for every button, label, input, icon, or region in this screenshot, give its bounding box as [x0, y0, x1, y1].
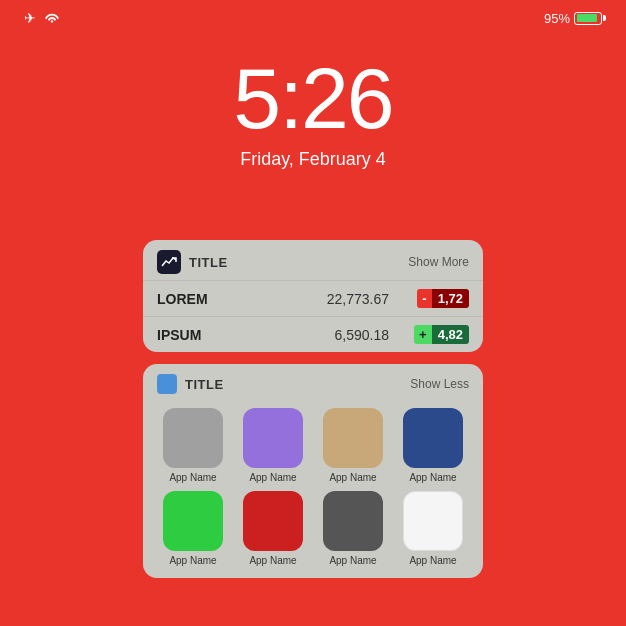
app-name-8: App Name [409, 555, 456, 566]
stock-row-ipsum: IPSUM 6,590.18 + 4,82 [143, 316, 483, 352]
app-icon-navy [403, 408, 463, 468]
apps-widget-title: TITLE [185, 377, 224, 392]
status-right: 95% [544, 11, 602, 26]
battery-percent: 95% [544, 11, 570, 26]
app-name-6: App Name [249, 555, 296, 566]
apps-widget-header: TITLE Show Less [143, 364, 483, 400]
app-icon-gray [163, 408, 223, 468]
app-name-1: App Name [169, 472, 216, 483]
stock-row-lorem: LOREM 22,773.67 - 1,72 [143, 280, 483, 316]
stocks-widget: TITLE Show More LOREM 22,773.67 - 1,72 I… [143, 240, 483, 352]
apps-show-less[interactable]: Show Less [410, 377, 469, 391]
app-icon-tan [323, 408, 383, 468]
apps-icon [157, 374, 177, 394]
app-item-6[interactable]: App Name [237, 491, 309, 566]
stocks-widget-header: TITLE Show More [143, 240, 483, 280]
app-item-4[interactable]: App Name [397, 408, 469, 483]
time-container: 5:26 Friday, February 4 [0, 55, 626, 170]
apps-widget: TITLE Show Less App Name App Name App Na… [143, 364, 483, 578]
app-icon-green [163, 491, 223, 551]
stock-change-ipsum: + 4,82 [399, 325, 469, 344]
app-icon-purple [243, 408, 303, 468]
stocks-icon [157, 250, 181, 274]
change-sign-lorem: - [417, 289, 431, 308]
airplane-icon: ✈ [24, 10, 36, 26]
app-icon-red [243, 491, 303, 551]
app-item-2[interactable]: App Name [237, 408, 309, 483]
app-item-1[interactable]: App Name [157, 408, 229, 483]
stock-value-ipsum: 6,590.18 [227, 327, 389, 343]
stock-name-lorem: LOREM [157, 291, 227, 307]
apps-title-group: TITLE [157, 374, 224, 394]
stock-change-lorem: - 1,72 [399, 289, 469, 308]
app-name-5: App Name [169, 555, 216, 566]
change-amount-lorem: 1,72 [432, 289, 469, 308]
stocks-show-more[interactable]: Show More [408, 255, 469, 269]
app-name-4: App Name [409, 472, 456, 483]
app-name-7: App Name [329, 555, 376, 566]
change-sign-ipsum: + [414, 325, 432, 344]
app-item-8[interactable]: App Name [397, 491, 469, 566]
app-item-5[interactable]: App Name [157, 491, 229, 566]
status-left: ✈ [24, 10, 60, 26]
app-icon-darkgray [323, 491, 383, 551]
date-display: Friday, February 4 [0, 149, 626, 170]
widgets-container: TITLE Show More LOREM 22,773.67 - 1,72 I… [143, 240, 483, 578]
stocks-widget-title: TITLE [189, 255, 228, 270]
app-item-3[interactable]: App Name [317, 408, 389, 483]
app-name-3: App Name [329, 472, 376, 483]
change-amount-ipsum: 4,82 [432, 325, 469, 344]
app-icon-white [403, 491, 463, 551]
time-display: 5:26 [0, 55, 626, 141]
apps-grid: App Name App Name App Name App Name App … [143, 400, 483, 578]
stock-value-lorem: 22,773.67 [227, 291, 389, 307]
stocks-title-group: TITLE [157, 250, 228, 274]
battery-indicator [574, 12, 602, 25]
wifi-icon [44, 10, 60, 26]
app-name-2: App Name [249, 472, 296, 483]
app-item-7[interactable]: App Name [317, 491, 389, 566]
status-bar: ✈ 95% [0, 0, 626, 36]
stock-name-ipsum: IPSUM [157, 327, 227, 343]
